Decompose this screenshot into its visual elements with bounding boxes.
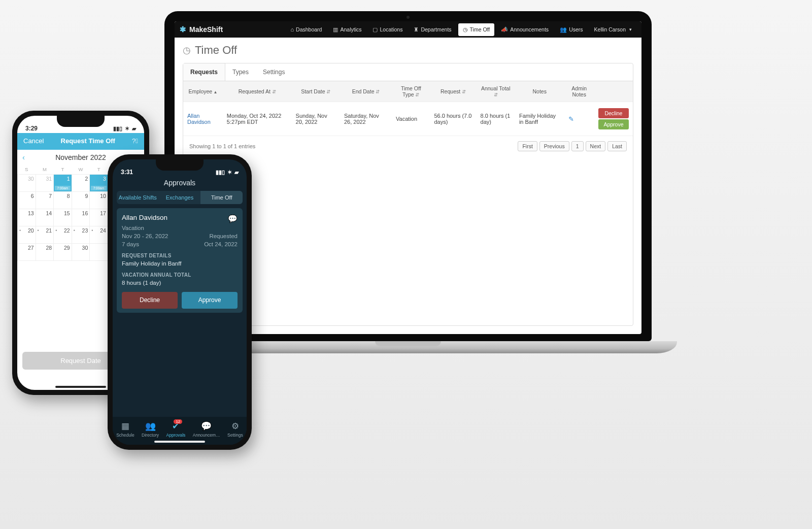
tab-settings[interactable]: Settings: [256, 63, 292, 81]
calendar-day[interactable]: 6: [18, 192, 36, 209]
clock-icon: ◷: [183, 45, 191, 56]
col-request[interactable]: Request: [430, 81, 476, 102]
calendar-day[interactable]: 30: [72, 244, 90, 261]
modal-header: Cancel Request Time Off ?⃝: [17, 133, 144, 150]
calendar-day[interactable]: 8: [54, 192, 72, 209]
calendar-day[interactable]: 30: [18, 175, 36, 192]
nav-time-off[interactable]: ◷ Time Off: [458, 23, 495, 36]
col-end-date[interactable]: End Date: [340, 81, 392, 102]
phone-notch: [57, 116, 105, 127]
departments-icon: ♜: [414, 26, 419, 33]
requests-table: Employee Requested At Start Date End Dat…: [183, 81, 633, 136]
calendar-day[interactable]: 27: [18, 244, 36, 261]
tab-approvals[interactable]: ✔︎ 12 Approvals: [166, 421, 186, 438]
calendar-day[interactable]: 17:00am: [54, 175, 72, 192]
calendar-day[interactable]: 22•: [54, 226, 72, 244]
tab-requests[interactable]: Requests: [183, 63, 225, 81]
clock-icon: ◷: [463, 26, 468, 33]
employee-link[interactable]: Allan Davidson: [187, 113, 211, 125]
col-employee[interactable]: Employee: [183, 81, 223, 102]
nav-dashboard[interactable]: ⌂ Dashboard: [286, 23, 326, 36]
calendar-day[interactable]: 14: [36, 209, 54, 226]
cancel-button[interactable]: Cancel: [23, 137, 44, 145]
tab-types[interactable]: Types: [225, 63, 256, 81]
col-notes: Notes: [515, 81, 564, 102]
locations-icon: ▢: [373, 26, 378, 33]
users-icon: 👥: [560, 26, 567, 33]
wifi-icon: ✶: [227, 169, 232, 176]
calendar-day[interactable]: 13: [18, 209, 36, 226]
card-details: Family Holiday in Banff: [122, 259, 238, 268]
calendar-day[interactable]: 28: [36, 244, 54, 261]
col-requested-at[interactable]: Requested At: [223, 81, 292, 102]
calendar-day[interactable]: 37:00am: [90, 175, 108, 192]
calendar-day[interactable]: 24•: [90, 226, 108, 244]
status-icons: ▮▮▯ ✶ ▰: [216, 169, 239, 176]
dow-label: T: [54, 164, 72, 175]
card-approve-button[interactable]: Approve: [182, 292, 238, 309]
dow-label: W: [72, 164, 90, 175]
calendar-day[interactable]: 17: [90, 209, 108, 226]
pager-page[interactable]: 1: [571, 141, 584, 151]
pager-next[interactable]: Next: [586, 141, 606, 151]
card-range: Nov 20 - 26, 2022: [122, 232, 168, 240]
cell-end-date: Saturday, Nov 26, 2022: [340, 102, 392, 136]
tab-schedule[interactable]: ▦ Schedule: [116, 421, 134, 438]
calendar-day[interactable]: [90, 244, 108, 261]
nav-locations[interactable]: ▢ Locations: [368, 23, 407, 36]
approve-button[interactable]: Approve: [598, 119, 629, 129]
col-type[interactable]: Time Off Type: [392, 81, 430, 102]
col-annual-total[interactable]: Annual Total: [477, 81, 515, 102]
page-title: ◷ Time Off: [175, 38, 641, 63]
approval-card: Allan Davidson 💬 Vacation Nov 20 - 26, 2…: [117, 208, 243, 313]
dow-label: S: [18, 164, 36, 175]
brand-name: MakeShift: [189, 25, 223, 34]
calendar-day[interactable]: 2: [72, 175, 90, 192]
cell-start-date: Sunday, Nov 20, 2022: [292, 102, 340, 136]
brand[interactable]: ✱ MakeShift: [180, 25, 223, 34]
edit-admin-notes-icon[interactable]: ✎: [568, 115, 574, 123]
cell-request: 56.0 hours (7.0 days): [430, 102, 476, 136]
status-time: 3:29: [25, 125, 38, 132]
home-indicator: [154, 441, 205, 443]
seg-exchanges[interactable]: Exchanges: [159, 191, 201, 204]
calendar-day[interactable]: 23•: [72, 226, 90, 244]
heading-request-details: REQUEST DETAILS: [122, 252, 238, 259]
calendar-day[interactable]: 21•: [36, 226, 54, 244]
col-start-date[interactable]: Start Date: [292, 81, 340, 102]
signal-icon: ▮▮▯: [216, 169, 225, 176]
chat-icon[interactable]: 💬: [228, 213, 238, 224]
status-icons: ▮▮▯ ✶ ▰: [113, 125, 136, 132]
card-decline-button[interactable]: Decline: [122, 292, 178, 309]
tab-settings[interactable]: ⚙ Settings: [227, 421, 243, 438]
calendar-day[interactable]: 20•: [18, 226, 36, 244]
tab-directory[interactable]: 👥 Directory: [142, 421, 159, 438]
help-icon[interactable]: ?⃝: [132, 137, 138, 145]
nav-users[interactable]: 👥 Users: [555, 23, 587, 36]
tab-announcements[interactable]: 💬 Announcem…: [193, 421, 220, 438]
dow-label: T: [90, 164, 108, 175]
seg-time-off[interactable]: Time Off: [200, 191, 243, 204]
card-total: 8 hours (1 day): [122, 279, 238, 287]
pager-last[interactable]: Last: [607, 141, 627, 151]
brand-icon: ✱: [180, 25, 186, 34]
segment-control: Available Shifts Exchanges Time Off: [117, 191, 243, 204]
table-footer: Showing 1 to 1 of 1 entries First Previo…: [183, 136, 633, 156]
calendar-day[interactable]: 16: [72, 209, 90, 226]
calendar-day[interactable]: 10: [90, 192, 108, 209]
nav-user-menu[interactable]: Kellin Carson: [590, 23, 636, 36]
pager-first[interactable]: First: [518, 141, 537, 151]
calendar-day[interactable]: 31: [36, 175, 54, 192]
calendar-day[interactable]: 7: [36, 192, 54, 209]
pager-prev[interactable]: Previous: [539, 141, 569, 151]
prev-month-icon[interactable]: ‹: [22, 153, 25, 161]
calendar-day[interactable]: 9: [72, 192, 90, 209]
decline-button[interactable]: Decline: [598, 108, 629, 118]
calendar-day[interactable]: 29: [54, 244, 72, 261]
nav-announcements[interactable]: 📣 Announcements: [496, 23, 553, 36]
people-icon: 👥: [142, 421, 159, 432]
calendar-day[interactable]: 15: [54, 209, 72, 226]
seg-available-shifts[interactable]: Available Shifts: [117, 191, 159, 204]
nav-departments[interactable]: ♜ Departments: [409, 23, 456, 36]
nav-analytics[interactable]: ▥ Analytics: [328, 23, 366, 36]
